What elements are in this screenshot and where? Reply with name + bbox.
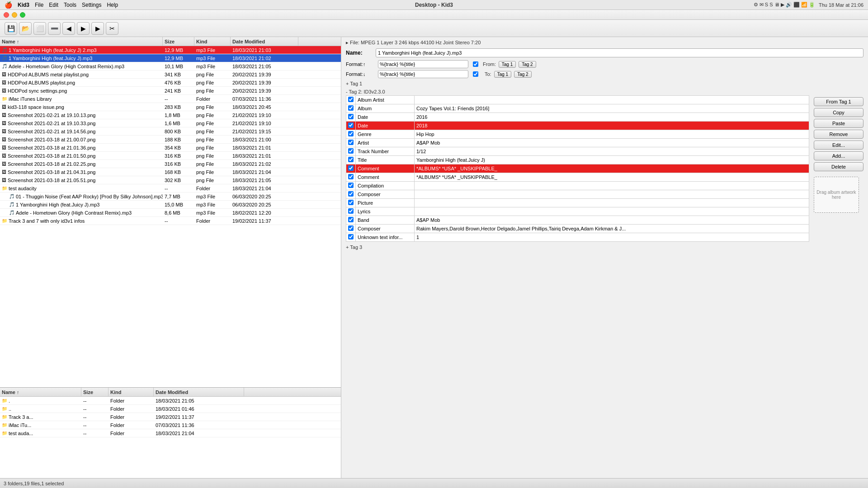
top-file-row[interactable]: 🎵 1 Yamborghini High (feat.Juicy J) 2.mp… [0, 46, 341, 54]
toolbar-back-btn[interactable]: ◀ [62, 22, 75, 35]
tag-row-checkbox[interactable] [348, 114, 354, 119]
format-up-tag1-btn[interactable]: Tag 1 [499, 61, 516, 68]
tag-field-value[interactable] [415, 207, 809, 216]
tag-row-checkbox[interactable] [348, 140, 354, 145]
bottom-file-row[interactable]: 📁 iMac iTu... -- Folder 07/03/2021 11:36 [0, 421, 341, 429]
top-file-row[interactable]: 🎵 01 - Thuggin Noise (Feat AAP Rocky) [P… [0, 192, 341, 201]
tag-row-checkbox[interactable] [348, 105, 354, 111]
top-file-row[interactable]: 🎵 1 Yamborghini High (feat.Juicy J).mp3 … [0, 54, 341, 62]
toolbar-cut-btn[interactable]: ✂ [106, 22, 118, 35]
menubar-help[interactable]: Help [107, 2, 118, 8]
tag-row-checkbox[interactable] [348, 165, 354, 171]
tag-row-checkbox[interactable] [348, 191, 354, 197]
menubar-tools[interactable]: Tools [64, 2, 76, 8]
format-down-tag2-btn[interactable]: Tag 2 [514, 71, 531, 78]
toolbar-forward-btn[interactable]: ▶ [77, 22, 90, 35]
format-down-checkbox[interactable] [473, 71, 478, 77]
tag-field-value[interactable] [415, 182, 809, 190]
name-input[interactable] [376, 48, 863, 57]
tag-row-checkbox[interactable] [348, 217, 354, 222]
top-file-row[interactable]: 📁 iMac iTunes Library -- Folder 07/03/20… [0, 95, 341, 103]
top-file-row[interactable]: 🖼 Screenshot 2021-03-18 at 21.01.50.png … [0, 152, 341, 160]
paste-btn[interactable]: Paste [814, 119, 863, 128]
copy-btn[interactable]: Copy [814, 108, 863, 117]
toolbar-save-btn[interactable]: 💾 [5, 22, 17, 35]
tag-field-value[interactable] [415, 173, 809, 182]
tag-field-value[interactable] [415, 190, 809, 199]
tag-row-checkbox[interactable] [348, 208, 354, 214]
tag-row-checkbox[interactable] [348, 157, 354, 162]
top-file-row[interactable]: 🖼 kid3-118 space issue.png 283 KB png Fi… [0, 103, 341, 111]
tag-field-value[interactable] [415, 130, 809, 139]
traffic-light-maximize[interactable] [20, 12, 25, 18]
tag-field-value[interactable] [415, 164, 809, 173]
tag2-header[interactable]: - Tag 2: ID3v2.3.0 [346, 89, 863, 94]
tag-field-value[interactable] [415, 233, 809, 242]
tag1-header[interactable]: + Tag 1 [346, 81, 863, 86]
tag-row-checkbox[interactable] [348, 200, 354, 205]
tag-field-value[interactable] [415, 147, 809, 156]
file-date-cell: 18/03/2021 21:03 [231, 47, 298, 53]
remove-btn[interactable]: Remove [814, 130, 863, 139]
tag-row-checkbox[interactable] [348, 122, 354, 128]
top-file-row[interactable]: 🖼 Screenshot 2021-03-18 at 21.00.07.png … [0, 136, 341, 144]
top-file-row[interactable]: 🎵 1 Yamborghini High (feat.Juicy J).mp3 … [0, 201, 341, 209]
tag3-header[interactable]: + Tag 3 [346, 244, 863, 250]
toolbar-open-btn[interactable]: 📂 [19, 22, 32, 35]
top-file-row[interactable]: 🖼 Screenshot 2021-03-18 at 21.02.25.png … [0, 160, 341, 168]
top-file-row[interactable]: 🖼 Screenshot 2021-03-18 at 21.04.31.png … [0, 168, 341, 176]
format-down-input[interactable] [378, 70, 468, 78]
bottom-file-row[interactable]: 📁 . -- Folder 18/03/2021 21:05 [0, 397, 341, 405]
top-file-row[interactable]: 🎵 Adele - Hometown Glory (High Contrast … [0, 209, 341, 217]
toolbar-btn3[interactable]: ⬜ [33, 22, 46, 35]
traffic-light-minimize[interactable] [12, 12, 17, 18]
bottom-file-row[interactable]: 📁 test auda... -- Folder 18/03/2021 21:0… [0, 429, 341, 437]
format-up-checkbox[interactable] [473, 61, 478, 67]
tag-row-checkbox[interactable] [348, 131, 354, 136]
tag-row-checkbox[interactable] [348, 234, 354, 239]
apple-menu[interactable]: 🍎 [5, 1, 12, 9]
menubar-file[interactable]: File [35, 2, 43, 8]
tag-field-value[interactable] [415, 113, 809, 122]
top-file-row[interactable]: 📁 Track 3 and 7 with only id3v1 infos --… [0, 217, 341, 225]
tag-row-checkbox[interactable] [348, 183, 354, 188]
artwork-box[interactable]: Drag album artwork here [814, 177, 859, 213]
menubar-kid3[interactable]: Kid3 [18, 2, 29, 8]
edit-btn[interactable]: Edit... [814, 141, 863, 150]
tag-row-checkbox[interactable] [348, 174, 354, 179]
tag-field-value[interactable] [415, 216, 809, 225]
top-file-row[interactable]: 🖼 HDDPod ALBUMS playlist.png 476 KB png … [0, 79, 341, 87]
tag-row-checkbox[interactable] [348, 97, 354, 102]
top-file-row[interactable]: 🖼 Screenshot 2021-02-21 at 19.14.56.png … [0, 127, 341, 136]
top-file-row[interactable]: 🖼 Screenshot 2021-03-18 at 21.05.51.png … [0, 176, 341, 184]
top-file-row[interactable]: 📁 test audacity -- Folder 18/03/2021 21:… [0, 184, 341, 192]
add-btn[interactable]: Add... [814, 151, 863, 160]
tag-field-value[interactable] [415, 104, 809, 113]
format-down-tag1-btn[interactable]: Tag 1 [494, 71, 511, 78]
toolbar-btn4[interactable]: ➖ [48, 22, 61, 35]
traffic-light-close[interactable] [4, 12, 9, 18]
bottom-file-row[interactable]: 📁 Track 3 a... -- Folder 19/02/2021 11:3… [0, 413, 341, 421]
tag-field-value[interactable] [415, 96, 809, 104]
top-file-row[interactable]: 🎵 Adele - Hometown Glory (High Contrast … [0, 62, 341, 70]
tag-field-value[interactable] [415, 156, 809, 164]
format-up-input[interactable] [378, 60, 468, 68]
format-up-tag2-btn[interactable]: Tag 2 [519, 61, 536, 68]
tag-field-value[interactable] [415, 225, 809, 233]
bottom-file-row[interactable]: 📁 .. -- Folder 18/03/2021 01:46 [0, 405, 341, 413]
top-file-row[interactable]: 🖼 Screenshot 2021-02-21 at 19.10.13.png … [0, 111, 341, 119]
top-file-row[interactable]: 🖼 HDDPod ALBUMS metal playlist.png 341 K… [0, 70, 341, 79]
from-tag1-btn[interactable]: From Tag 1 [814, 97, 863, 106]
tag-field-value[interactable] [415, 199, 809, 207]
tag-row-checkbox[interactable] [348, 225, 354, 231]
menubar-edit[interactable]: Edit [49, 2, 58, 8]
tag-field-value[interactable] [415, 139, 809, 147]
delete-btn[interactable]: Delete [814, 162, 863, 171]
top-file-row[interactable]: 🖼 Screenshot 2021-03-18 at 21.01.36.png … [0, 144, 341, 152]
top-file-row[interactable]: 🖼 Screenshot 2021-02-21 at 19.10.33.png … [0, 119, 341, 127]
menubar-settings[interactable]: Settings [82, 2, 101, 8]
top-file-row[interactable]: 🖼 HDDPod sync settings.png 241 KB png Fi… [0, 87, 341, 95]
tag-field-value[interactable] [415, 122, 809, 130]
tag-row-checkbox[interactable] [348, 148, 354, 154]
toolbar-play-btn[interactable]: ▶ [91, 22, 104, 35]
